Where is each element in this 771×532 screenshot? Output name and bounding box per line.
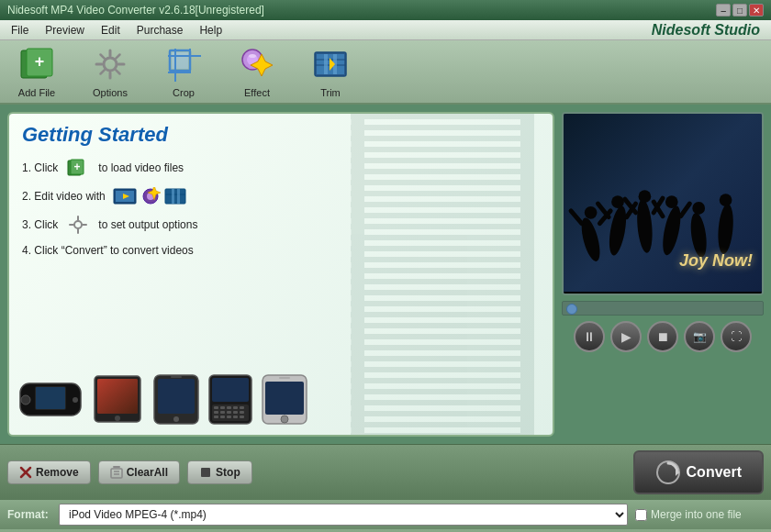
format-select[interactable]: iPod Video MPEG-4 (*.mp4) [59,504,628,526]
preview-progress-bar[interactable] [562,301,764,316]
svg-rect-74 [233,416,238,418]
trim-button[interactable]: Trim [303,45,358,98]
app-title: Nidesoft MP4 Video Converter v2.6.18[Unr… [7,4,264,17]
add-file-icon: + [17,45,56,83]
stop-button[interactable]: Stop [187,460,252,484]
merge-checkbox-area[interactable]: Merge into one file [635,508,764,521]
step-4-text: 4. Click “Convert” to convert videos [22,244,194,257]
merge-checkbox[interactable] [635,509,647,521]
options-label: Options [93,87,128,98]
svg-rect-61 [214,406,218,409]
trim-label: Trim [320,87,341,98]
convert-icon [655,460,681,485]
add-file-button[interactable]: + Add File [9,45,64,98]
svg-point-18 [249,54,256,58]
svg-rect-107 [201,468,210,477]
svg-point-84 [635,199,654,254]
screenshot-button[interactable]: 📷 [684,321,715,352]
step-1: 1. Click + to load video files [22,158,540,178]
svg-line-10 [116,55,119,59]
svg-point-89 [692,202,705,215]
stop-icon [199,466,212,479]
svg-point-83 [611,195,624,208]
brand-label: Nidesoft Studio [652,22,767,39]
step-3-suffix: to set output options [98,218,197,231]
svg-point-78 [281,416,288,423]
getting-started-panel: Getting Started 1. Click + to load video… [7,112,554,437]
playback-controls[interactable]: ⏸ ▶ ⏹ 📷 ⛶ [562,321,764,352]
svg-rect-71 [214,416,218,418]
play-button[interactable]: ▶ [610,321,642,352]
add-file-label: Add File [18,87,55,98]
step-2-icons [113,187,186,205]
svg-line-92 [571,211,582,224]
step-1-icon: + [65,158,91,178]
effect-button[interactable]: Effect [229,45,285,98]
devices-row [18,374,543,427]
device-iphone [261,374,308,427]
svg-rect-57 [171,376,182,378]
close-button[interactable]: ✕ [749,4,764,17]
maximize-button[interactable]: □ [732,4,747,17]
svg-rect-65 [240,406,244,409]
svg-rect-77 [265,382,304,415]
effect-label: Effect [244,87,270,98]
menu-items[interactable]: File Preview Edit Purchase Help [4,22,229,39]
step-2: 2. Edit video with [22,187,540,205]
svg-point-49 [73,397,78,403]
fullscreen-button[interactable]: ⛶ [721,321,752,352]
menu-help[interactable]: Help [192,22,229,39]
menu-purchase[interactable]: Purchase [129,22,191,39]
minimize-button[interactable]: ‒ [716,4,731,17]
svg-rect-47 [36,387,65,409]
menu-edit[interactable]: Edit [94,22,128,39]
svg-line-8 [101,55,105,59]
svg-rect-103 [111,469,122,478]
clear-all-button[interactable]: ClearAll [98,460,180,484]
svg-rect-75 [240,416,244,418]
convert-button[interactable]: Convert [633,450,764,494]
silhouettes-svg [564,159,762,294]
svg-point-90 [716,203,734,254]
svg-point-87 [665,195,678,208]
step-4: 4. Click “Convert” to convert videos [22,244,540,257]
pause-button[interactable]: ⏸ [574,321,605,352]
menu-file[interactable]: File [4,22,36,39]
svg-rect-70 [240,411,244,414]
menu-preview[interactable]: Preview [38,22,92,39]
svg-rect-59 [212,378,249,402]
options-button[interactable]: Options [83,45,138,98]
getting-started-title: Getting Started [22,123,540,147]
merge-label: Merge into one file [651,508,742,521]
main-content: Getting Started 1. Click + to load video… [0,105,771,444]
svg-rect-24 [324,54,328,74]
svg-line-9 [116,70,119,73]
svg-text:+: + [74,161,81,173]
crop-button[interactable]: Crop [156,45,211,98]
window-controls[interactable]: ‒ □ ✕ [716,4,764,17]
svg-rect-55 [158,379,195,414]
svg-point-3 [104,58,117,71]
remove-button[interactable]: Remove [7,460,91,484]
stop-button[interactable]: ⏹ [647,321,678,352]
svg-point-91 [720,194,732,206]
trim-icon [311,45,350,83]
svg-point-53 [115,416,120,421]
svg-text:+: + [35,52,45,71]
svg-rect-67 [220,411,225,414]
svg-rect-73 [227,416,231,418]
device-smartphone1 [152,374,200,427]
device-blackberry [207,374,253,427]
svg-rect-64 [233,406,238,409]
svg-line-99 [681,204,690,216]
device-psp [18,374,83,427]
svg-rect-69 [233,411,238,414]
svg-rect-66 [214,411,218,414]
svg-point-86 [659,205,684,257]
crop-label: Crop [173,87,195,98]
toolbar: + Add File Options [0,40,771,105]
svg-rect-63 [227,406,231,409]
progress-indicator [566,304,577,315]
x-icon [19,466,32,479]
options-icon [91,45,129,83]
